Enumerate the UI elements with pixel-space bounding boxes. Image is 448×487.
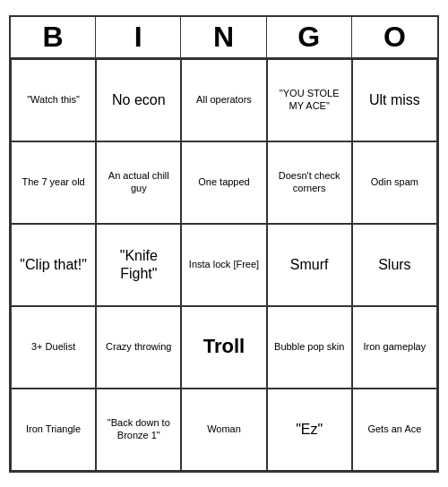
bingo-cell-14: Slurs (352, 224, 437, 306)
bingo-cell-24: Gets an Ace (352, 389, 437, 471)
bingo-cell-5: The 7 year old (11, 141, 96, 224)
bingo-cell-9: Odin spam (352, 141, 437, 224)
bingo-header-letter-b: B (11, 17, 96, 57)
bingo-cell-19: Iron gameplay (352, 306, 437, 389)
bingo-cell-7: One tapped (181, 141, 266, 224)
bingo-header-letter-i: I (96, 17, 181, 57)
bingo-header-letter-g: G (267, 17, 352, 57)
bingo-cell-3: "YOU STOLE MY ACE" (267, 59, 352, 141)
bingo-cell-1: No econ (96, 59, 181, 141)
bingo-cell-11: "Knife Fight" (96, 224, 181, 306)
bingo-cell-23: "Ez" (267, 389, 352, 471)
bingo-card: BINGO "Watch this"No econAll operators"Y… (9, 15, 439, 473)
bingo-cell-15: 3+ Duelist (11, 306, 96, 389)
bingo-cell-6: An actual chill guy (96, 141, 181, 224)
bingo-cell-12: Insta lock [Free] (181, 224, 266, 306)
bingo-grid: "Watch this"No econAll operators"YOU STO… (11, 59, 437, 471)
bingo-header-letter-n: N (181, 17, 266, 57)
bingo-cell-2: All operators (181, 59, 266, 141)
bingo-header-letter-o: O (352, 17, 437, 57)
bingo-cell-21: "Back down to Bronze 1" (96, 389, 181, 471)
bingo-header: BINGO (11, 17, 437, 59)
bingo-cell-13: Smurf (267, 224, 352, 306)
bingo-cell-17: Troll (181, 306, 266, 389)
bingo-cell-20: Iron Triangle (11, 389, 96, 471)
bingo-cell-10: "Clip that!" (11, 224, 96, 306)
bingo-cell-18: Bubble pop skin (267, 306, 352, 389)
bingo-cell-22: Woman (181, 389, 266, 471)
bingo-cell-4: Ult miss (352, 59, 437, 141)
bingo-cell-16: Crazy throwing (96, 306, 181, 389)
bingo-cell-0: "Watch this" (11, 59, 96, 141)
bingo-cell-8: Doesn't check corners (267, 141, 352, 224)
